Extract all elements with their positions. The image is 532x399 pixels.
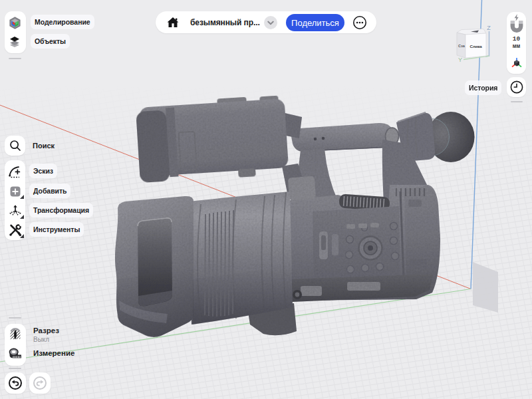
svg-text:Слева: Слева — [470, 44, 483, 49]
svg-text:Сза: Сза — [458, 44, 466, 48]
svg-text:Z: Z — [487, 25, 491, 31]
svg-text:Y: Y — [458, 57, 462, 63]
